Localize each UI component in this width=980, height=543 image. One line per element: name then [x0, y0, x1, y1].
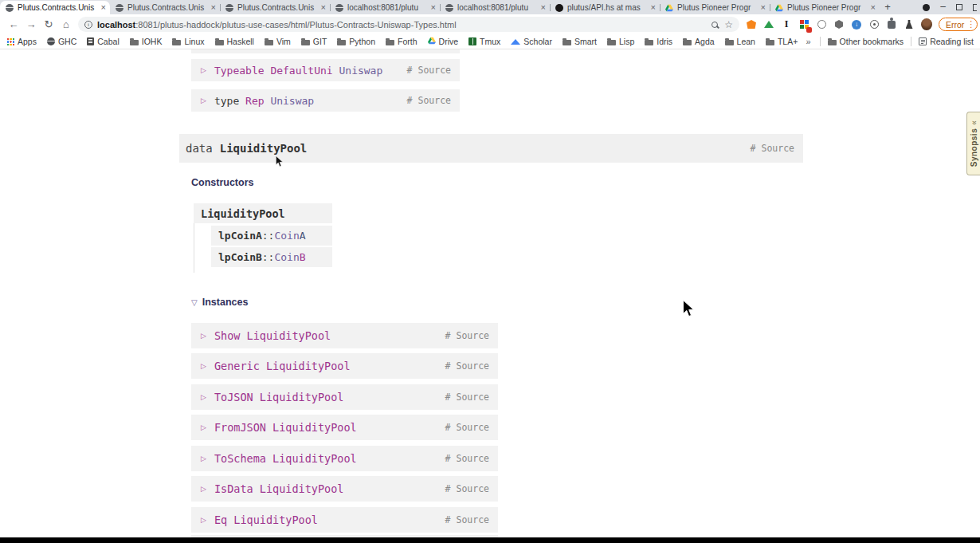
instance-head[interactable]: ToSchema LiquidityPool [214, 452, 357, 465]
expand-triangle-icon[interactable]: ▷ [201, 362, 206, 370]
bookmark-item-iohk[interactable]: IOHK [130, 37, 163, 46]
synopsis-drawer-tab[interactable]: Synopsis« [966, 112, 980, 175]
bookmark-item-lisp[interactable]: Lisp [607, 37, 634, 46]
source-link[interactable]: # Source [407, 95, 460, 106]
site-info-icon[interactable]: i [84, 21, 92, 29]
bookmark-item-ghc[interactable]: GHC [47, 37, 76, 46]
bookmark-item-idris[interactable]: Idris [645, 37, 672, 46]
instances-collapse-icon[interactable]: ▽ [191, 298, 198, 307]
bookmark-item-vim[interactable]: Vim [265, 37, 291, 46]
browser-tab[interactable]: localhost:8081/plutu× [440, 1, 550, 14]
browser-tab[interactable]: Plutus.Contracts.Unis× [220, 1, 330, 14]
source-link[interactable]: # Source [445, 514, 498, 525]
browser-tab[interactable]: localhost:8081/plutu× [330, 1, 440, 14]
browser-tab[interactable]: plutus/API.hs at mas× [550, 1, 660, 14]
expand-triangle-icon[interactable]: ▷ [201, 454, 206, 462]
code-span[interactable]: Uniswap [339, 65, 382, 77]
type-span[interactable]: Coin [274, 230, 299, 242]
bookmark-item-scholar[interactable]: Scholar [511, 37, 552, 46]
address-bar[interactable]: i localhost:8081/plutus-haddock/plutus-u… [78, 17, 739, 32]
home-button[interactable]: ⌂ [57, 18, 75, 30]
back-button[interactable]: ← [5, 18, 22, 30]
expand-triangle-icon[interactable]: ▷ [201, 66, 206, 74]
source-link[interactable]: # Source [445, 453, 498, 464]
field-name[interactable]: lpCoinA [218, 230, 262, 242]
instance-head[interactable]: ToJSON LiquidityPool [214, 391, 344, 403]
instance-head[interactable]: IsData LiquidityPool [214, 482, 344, 495]
zoom-indicator-icon[interactable] [711, 22, 718, 28]
tab-close-icon[interactable]: × [431, 3, 436, 12]
i-extension-icon[interactable]: I [781, 19, 792, 30]
expand-triangle-icon[interactable]: ▷ [201, 485, 206, 493]
instance-head[interactable]: Eq LiquidityPool [214, 513, 318, 526]
puzzle-extensions-icon[interactable] [886, 19, 897, 30]
browser-tab[interactable]: Plutus.Contracts.Unis× [0, 1, 110, 14]
expand-triangle-icon[interactable]: ▷ [201, 332, 206, 340]
circle-extension-icon[interactable] [816, 19, 827, 30]
close-button[interactable] [973, 4, 977, 11]
source-link[interactable]: # Source [445, 422, 498, 433]
reading-list-button[interactable]: Reading list [919, 37, 974, 46]
bookmark-item-linux[interactable]: Linux [172, 37, 204, 46]
type-span[interactable]: B [300, 251, 306, 263]
new-tab-button[interactable]: + [880, 1, 896, 14]
bookmark-star-icon[interactable]: ☆ [724, 20, 733, 30]
source-link[interactable]: # Source [445, 330, 498, 341]
bookmark-item-apps[interactable]: Apps [6, 37, 37, 46]
source-link[interactable]: # Source [751, 143, 803, 154]
bookmark-item-tla-[interactable]: TLA+ [766, 37, 798, 46]
source-link[interactable]: # Source [445, 392, 498, 403]
metamask-icon[interactable] [746, 19, 757, 30]
instance-head[interactable]: Show LiquidityPool [214, 329, 331, 342]
window-menu-icon[interactable] [923, 4, 930, 11]
expand-triangle-icon[interactable]: ▷ [201, 393, 206, 401]
restore-button[interactable] [956, 4, 962, 10]
source-link[interactable]: # Source [407, 65, 460, 76]
tab-close-icon[interactable]: × [871, 3, 876, 12]
flask-extension-icon[interactable] [904, 19, 915, 30]
source-link[interactable]: # Source [445, 360, 498, 372]
tab-close-icon[interactable]: × [321, 3, 326, 12]
bookmark-item-tmux[interactable]: Tmux [468, 37, 500, 46]
bookmark-item-drive[interactable]: Drive [428, 37, 459, 46]
grid-extension-icon[interactable] [798, 19, 809, 30]
mountain-extension-icon[interactable] [763, 19, 774, 30]
tab-close-icon[interactable]: × [211, 3, 216, 12]
bookmarks-overflow-button[interactable]: » [806, 37, 810, 46]
profile-avatar[interactable] [921, 19, 932, 30]
circle-a-extension-icon[interactable] [868, 19, 880, 30]
browser-tab[interactable]: Plutus.Contracts.Unis× [110, 1, 220, 14]
type-span[interactable]: Coin [274, 251, 299, 263]
tab-close-icon[interactable]: × [761, 3, 766, 12]
bookmark-item-agda[interactable]: Agda [683, 37, 715, 46]
code-span[interactable]: Uniswap [270, 95, 314, 107]
source-link[interactable]: # Source [445, 483, 498, 494]
bookmark-item-smart[interactable]: Smart [563, 37, 597, 46]
browser-tab[interactable]: Plutus Pioneer Progr× [660, 1, 770, 14]
code-span[interactable]: DefaultUni [270, 65, 332, 77]
browser-tab[interactable]: Plutus Pioneer Progr× [770, 1, 880, 14]
download-extension-icon[interactable]: ↓ [851, 19, 862, 30]
bookmark-item-haskell[interactable]: Haskell [215, 37, 254, 46]
minimize-button[interactable]: – [940, 2, 946, 11]
reload-button[interactable]: ↻ [40, 18, 57, 30]
instance-head[interactable]: FromJSON LiquidityPool [214, 421, 357, 434]
bookmark-item-forth[interactable]: Forth [386, 37, 417, 46]
forward-button[interactable]: → [22, 18, 40, 30]
browser-error-menu-button[interactable]: Error ⋮ [939, 18, 978, 31]
other-bookmarks-button[interactable]: Other bookmarks [828, 37, 904, 46]
tab-close-icon[interactable]: × [101, 3, 106, 12]
field-name[interactable]: lpCoinB [218, 251, 262, 263]
expand-triangle-icon[interactable]: ▷ [201, 423, 206, 431]
bookmark-item-python[interactable]: Python [337, 37, 375, 46]
type-name-liquiditypool[interactable]: LiquidityPool [220, 142, 308, 155]
url-text[interactable]: localhost:8081/plutus-haddock/plutus-use… [97, 20, 457, 30]
instance-head[interactable]: Generic LiquidityPool [214, 360, 351, 372]
bookmark-item-lean[interactable]: Lean [725, 37, 755, 46]
tab-close-icon[interactable]: × [651, 3, 656, 12]
expand-triangle-icon[interactable]: ▷ [201, 96, 206, 104]
tab-close-icon[interactable]: × [541, 3, 546, 12]
expand-triangle-icon[interactable]: ▷ [201, 516, 206, 524]
bookmark-item-cabal[interactable]: Cabal [87, 37, 119, 46]
bookmark-item-git[interactable]: GIT [301, 37, 327, 46]
